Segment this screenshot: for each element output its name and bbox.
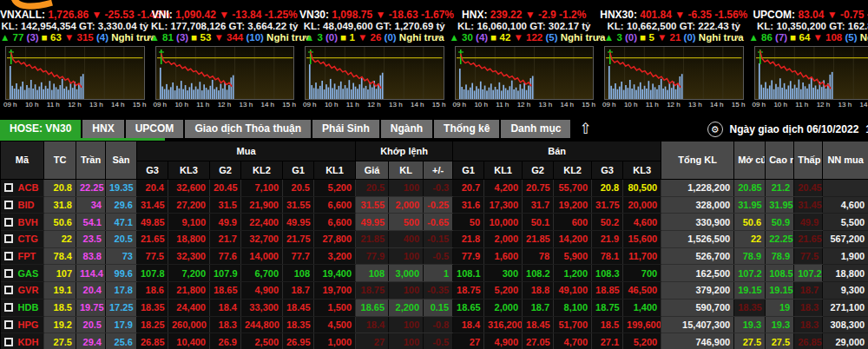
col-header-ban-g2[interactable]: G2 [523,161,554,180]
cell-ticker[interactable]: HPG [1,316,44,333]
cell-mua-kl1[interactable]: 27,800 [314,231,356,248]
row-checkbox[interactable] [4,218,13,227]
cell-ban-kl3[interactable]: 20,000 [623,196,661,214]
row-checkbox[interactable] [4,234,13,243]
cell-ban-kl2[interactable]: 8,100 [554,299,592,316]
col-header-tc[interactable]: TC [44,142,76,180]
cell-ban-g1[interactable]: 21.8 [453,231,484,248]
cell-ban-g1[interactable]: 77.9 [453,247,484,265]
cell-ban-g3[interactable]: 50.2 [592,214,623,231]
tab-thong-ke[interactable]: Thống kê [434,120,499,138]
cell-ban-g1[interactable]: 108.1 [453,265,484,282]
tab-hose-vn30[interactable]: HOSE: VN30 [0,120,81,138]
cell-ban-kl3[interactable]: 1,400 [623,299,661,316]
cell-ban-kl3[interactable]: 5,200 [623,333,661,349]
cell-ticker[interactable]: HDB [1,299,44,316]
cell-ban-kl1[interactable]: 316,200 [484,316,523,333]
cell-mua-kl1[interactable]: 6,600 [314,196,356,214]
cell-mua-kl3[interactable]: 7,200 [168,265,210,282]
col-header-gia[interactable]: Giá [356,161,389,180]
cell-ban-g2[interactable]: 18.7 [523,299,554,316]
cell-ban-g1[interactable]: 31.6 [453,196,484,214]
col-header-thap-nhat[interactable]: Thấp nhất [794,142,823,180]
cell-ban-g2[interactable]: 21.85 [523,231,554,248]
cell-mua-kl3[interactable]: 10,400 [168,333,210,349]
cell-mua-kl1[interactable]: 1,500 [314,299,356,316]
cell-ban-g2[interactable]: 78 [523,247,554,265]
cell-mua-g2[interactable]: 18.3 [210,316,241,333]
cell-mua-g3[interactable]: 77.5 [137,247,168,265]
cell-ban-g3[interactable]: 18.5 [592,316,623,333]
cell-ban-g1[interactable]: 18.4 [453,316,484,333]
cell-ban-kl1[interactable]: 5,200 [484,282,523,300]
settings-gear-icon[interactable]: ⚙ [707,122,723,137]
cell-mua-g1[interactable]: 49.95 [283,214,314,231]
cell-ticker[interactable]: FPT [1,247,44,265]
cell-mua-kl2[interactable]: 7,100 [241,180,283,197]
cell-ban-g2[interactable]: 18.8 [523,282,554,300]
cell-mua-kl1[interactable]: 4,500 [314,316,356,333]
cell-mua-g3[interactable]: 49.85 [137,214,168,231]
cell-mua-g1[interactable]: 18.45 [283,299,314,316]
cell-mua-kl1[interactable]: 1,000 [314,333,356,349]
col-header-mua-g1[interactable]: G1 [283,161,314,180]
col-header-mua-kl3[interactable]: KL3 [168,161,210,180]
cell-mua-kl2[interactable]: 21,900 [241,196,283,214]
cell-mua-kl3[interactable]: 27,200 [168,196,210,214]
cell-mua-kl3[interactable]: 18,800 [168,231,210,248]
cell-ban-g1[interactable]: 18.65 [453,299,484,316]
col-header-nn-mua[interactable]: NN mua [823,142,868,180]
cell-ban-kl2[interactable]: 19,200 [554,196,592,214]
cell-ban-g3[interactable]: 78.1 [592,247,623,265]
cell-mua-kl3[interactable]: 260,000 [168,316,210,333]
cell-ban-g1[interactable]: 20.7 [453,180,484,197]
cell-mua-kl1[interactable]: 5,200 [314,180,356,197]
cell-mua-kl1[interactable]: 19,700 [314,282,356,300]
cell-mua-kl2[interactable]: 32,700 [241,231,283,248]
cell-ban-g2[interactable]: 20.75 [523,180,554,197]
row-checkbox[interactable] [4,303,13,312]
cell-mua-g3[interactable]: 21.65 [137,231,168,248]
cell-ban-kl2[interactable]: 55,700 [554,180,592,197]
cell-ban-g3[interactable]: 27.1 [592,333,623,349]
cell-mua-kl1[interactable]: 3,200 [314,247,356,265]
cell-ban-kl2[interactable]: 14,200 [554,231,592,248]
cell-mua-kl3[interactable]: 24,400 [168,299,210,316]
row-checkbox[interactable] [4,286,13,294]
cell-ban-kl2[interactable]: 600 [554,214,592,231]
col-header-ban-g1[interactable]: G1 [453,161,484,180]
cell-ban-kl3[interactable]: 80,500 [623,180,661,197]
cell-mua-g1[interactable]: 77.7 [283,247,314,265]
cell-ban-kl2[interactable]: 51,700 [554,316,592,333]
tab-hnx[interactable]: HNX [82,120,123,138]
cell-ban-kl2[interactable]: 4,700 [554,333,592,349]
col-header-mo-cua[interactable]: Mở cửa [734,142,766,180]
cell-ban-kl3[interactable]: 4,600 [623,214,661,231]
cell-ban-kl1[interactable]: 4,200 [484,180,523,197]
col-header-mua-g2[interactable]: G2 [210,161,241,180]
cell-mua-g3[interactable]: 18.25 [137,316,168,333]
cell-mua-kl1[interactable]: 6,600 [314,214,356,231]
cell-mua-kl1[interactable]: 19,400 [314,265,356,282]
cell-ticker[interactable]: BVH [1,214,44,231]
cell-ban-g1[interactable]: 18.75 [453,282,484,300]
col-header-tran[interactable]: Trần [76,142,106,180]
tab-danh-muc[interactable]: Danh mục [501,120,570,138]
cell-ban-g2[interactable]: 18.45 [523,316,554,333]
cell-mua-g2[interactable]: 77.6 [210,247,241,265]
cell-ban-kl1[interactable]: 2,000 [484,231,523,248]
cell-mua-kl2[interactable]: 4,900 [241,282,283,300]
cell-mua-kl3[interactable]: 32,600 [168,180,210,197]
cell-ban-g3[interactable]: 31.75 [592,196,623,214]
col-header-ban-g3[interactable]: G3 [592,161,623,180]
cell-mua-g1[interactable]: 21.75 [283,231,314,248]
row-checkbox[interactable] [4,252,13,260]
cell-mua-g1[interactable]: 18.7 [283,282,314,300]
cell-ticker[interactable]: BID [1,196,44,214]
cell-mua-g1[interactable]: 31.55 [283,196,314,214]
col-header-ban-kl1[interactable]: KL1 [484,161,523,180]
cell-ticker[interactable]: KDH [1,333,44,349]
cell-ban-kl1[interactable]: 2,000 [484,299,523,316]
col-header-kl[interactable]: KL [389,161,424,180]
cell-mua-g3[interactable]: 107.8 [137,265,168,282]
